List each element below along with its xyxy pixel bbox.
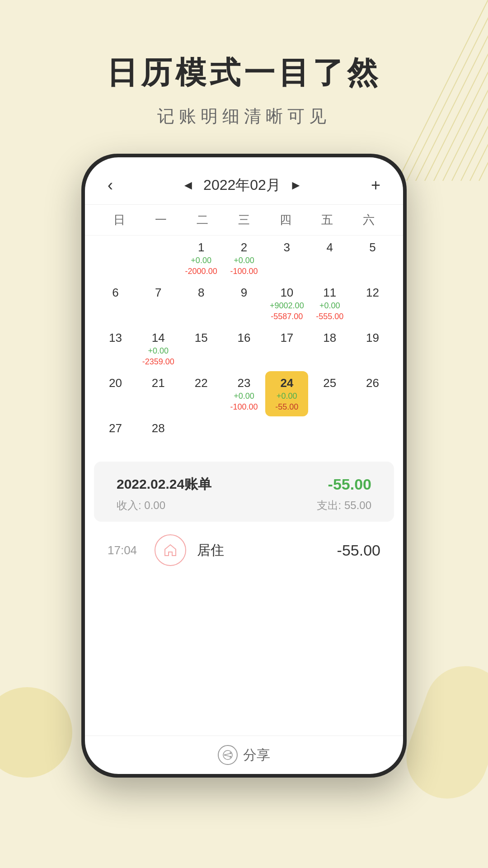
calendar-day[interactable]: 16 <box>223 326 266 371</box>
bg-shape-right <box>395 655 488 810</box>
page-title: 日历模式一目了然 <box>0 0 488 91</box>
calendar-day[interactable]: 25 <box>308 371 351 416</box>
day-number: 22 <box>195 375 208 391</box>
calendar-header: ‹ ◄ 2022年02月 ► + <box>85 157 403 205</box>
day-number: 12 <box>366 284 379 301</box>
day-expense: -555.00 <box>316 311 343 322</box>
calendar-day[interactable]: 28 <box>137 416 180 462</box>
day-expense: -2000.00 <box>185 266 217 277</box>
add-button[interactable]: + <box>371 176 380 195</box>
day-expense: -5587.00 <box>271 311 303 322</box>
day-number: 6 <box>112 284 118 301</box>
calendar-day[interactable] <box>308 416 351 462</box>
calendar-day[interactable] <box>351 416 394 462</box>
bill-summary: 2022.02.24账单 -55.00 收入: 0.00 支出: 55.00 <box>94 462 394 522</box>
calendar-day[interactable] <box>94 236 137 281</box>
calendar-day[interactable]: 22 <box>180 371 223 416</box>
bill-income-label: 收入: 0.00 <box>117 498 165 513</box>
day-income: +0.00 <box>277 391 297 401</box>
transaction-name: 居住 <box>197 541 326 560</box>
calendar-day[interactable]: 8 <box>180 281 223 326</box>
bottom-bar: 分享 <box>85 736 403 774</box>
calendar-day[interactable] <box>137 236 180 281</box>
weekday-label: 二 <box>182 212 223 228</box>
calendar-day[interactable] <box>180 416 223 462</box>
back-button[interactable]: ‹ <box>108 176 113 195</box>
day-income: +0.00 <box>234 391 254 401</box>
calendar-day[interactable]: 14+0.00-2359.00 <box>137 326 180 371</box>
bill-summary-header: 2022.02.24账单 -55.00 <box>117 475 371 494</box>
calendar-day[interactable]: 18 <box>308 326 351 371</box>
bill-summary-sub: 收入: 0.00 支出: 55.00 <box>117 498 371 513</box>
calendar-day[interactable] <box>265 416 308 462</box>
prev-month-button[interactable]: ◄ <box>182 178 194 193</box>
day-number: 25 <box>323 375 336 391</box>
calendar-day[interactable]: 26 <box>351 371 394 416</box>
next-month-button[interactable]: ► <box>290 178 302 193</box>
day-number: 2 <box>241 239 247 255</box>
weekday-label: 一 <box>140 212 182 228</box>
day-number: 11 <box>323 284 336 301</box>
weekday-label: 五 <box>306 212 348 228</box>
calendar-day[interactable]: 21 <box>137 371 180 416</box>
calendar-day[interactable]: 19 <box>351 326 394 371</box>
day-number: 24 <box>280 375 293 391</box>
svg-point-13 <box>230 756 231 758</box>
calendar-day[interactable]: 9 <box>223 281 266 326</box>
transaction-amount: -55.00 <box>337 542 380 559</box>
calendar-day[interactable]: 27 <box>94 416 137 462</box>
calendar-day[interactable]: 6 <box>94 281 137 326</box>
transaction-item[interactable]: 17:04 居住 -55.00 <box>85 522 403 579</box>
svg-point-12 <box>224 754 226 756</box>
day-number: 5 <box>369 239 375 255</box>
calendar-grid[interactable]: 1+0.00-2000.002+0.00-100.00345678910+900… <box>85 236 403 462</box>
day-number: 14 <box>152 330 165 346</box>
day-number: 27 <box>109 420 122 436</box>
weekday-headers: 日一二三四五六 <box>85 205 403 236</box>
calendar-day[interactable]: 5 <box>351 236 394 281</box>
calendar-day[interactable]: 15 <box>180 326 223 371</box>
day-income: +0.00 <box>319 301 340 311</box>
svg-line-14 <box>226 754 230 755</box>
calendar-day[interactable]: 17 <box>265 326 308 371</box>
day-number: 21 <box>152 375 165 391</box>
calendar-day[interactable]: 11+0.00-555.00 <box>308 281 351 326</box>
day-number: 8 <box>198 284 204 301</box>
day-income: +9002.00 <box>270 301 304 311</box>
calendar-day[interactable]: 7 <box>137 281 180 326</box>
day-income: +0.00 <box>234 255 254 266</box>
calendar-day[interactable]: 10+9002.00-5587.00 <box>265 281 308 326</box>
calendar-day[interactable]: 12 <box>351 281 394 326</box>
calendar-day[interactable]: 2+0.00-100.00 <box>223 236 266 281</box>
calendar-day[interactable]: 1+0.00-2000.00 <box>180 236 223 281</box>
calendar-day[interactable]: 20 <box>94 371 137 416</box>
day-number: 20 <box>109 375 122 391</box>
day-expense: -100.00 <box>230 402 258 412</box>
calendar-day[interactable]: 24+0.00-55.00 <box>265 371 308 416</box>
day-number: 1 <box>198 239 204 255</box>
day-income: +0.00 <box>148 346 169 356</box>
day-number: 17 <box>280 330 293 346</box>
day-number: 16 <box>238 330 251 346</box>
transaction-time: 17:04 <box>108 543 144 557</box>
day-expense: -55.00 <box>275 402 298 412</box>
calendar-day[interactable]: 23+0.00-100.00 <box>223 371 266 416</box>
day-number: 28 <box>152 420 165 436</box>
share-label[interactable]: 分享 <box>243 746 270 764</box>
share-icon[interactable] <box>218 745 238 765</box>
calendar-day[interactable]: 13 <box>94 326 137 371</box>
bg-circle-left <box>0 687 72 778</box>
day-income: +0.00 <box>191 255 211 266</box>
day-number: 13 <box>109 330 122 346</box>
page-subtitle: 记账明细清晰可见 <box>0 105 488 128</box>
calendar-day[interactable]: 4 <box>308 236 351 281</box>
svg-line-15 <box>226 755 230 756</box>
day-number: 7 <box>155 284 161 301</box>
phone-screen: ‹ ◄ 2022年02月 ► + 日一二三四五六 1+0.00-2000.002… <box>85 157 403 774</box>
calendar-day[interactable] <box>223 416 266 462</box>
day-number: 26 <box>366 375 379 391</box>
calendar-day[interactable]: 3 <box>265 236 308 281</box>
weekday-label: 日 <box>99 212 140 228</box>
svg-point-11 <box>230 752 231 754</box>
bill-total-expense: -55.00 <box>328 476 371 493</box>
